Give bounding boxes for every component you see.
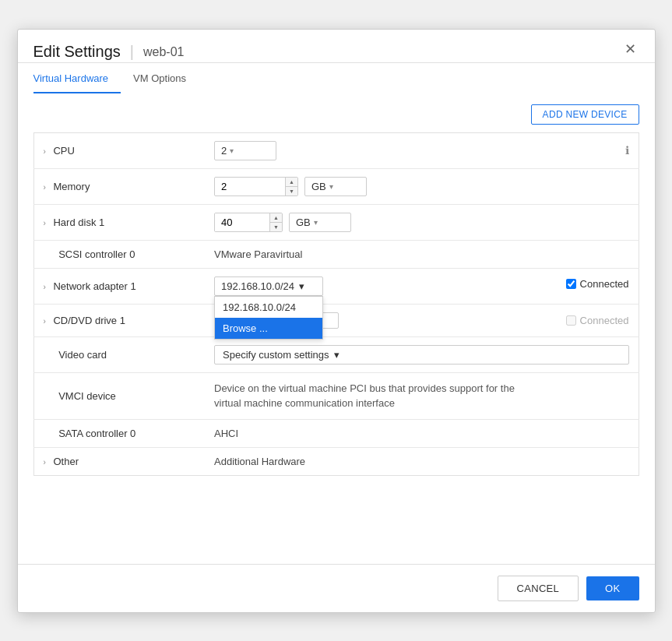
scsi-label: SCSI controller 0: [58, 248, 135, 260]
vmci-label: VMCI device: [58, 390, 116, 402]
network-value-row: 192.168.10.0/24 ▾ 192.168.10.0/24 Browse…: [214, 276, 629, 296]
cpu-value-row: 2 ▾ ℹ: [214, 141, 629, 160]
title-separator: |: [130, 43, 134, 61]
hard-disk-value-row: ▲ ▼ GB ▾: [214, 213, 629, 232]
table-row: › CD/DVD drive 1 ▾ Connected: [33, 304, 639, 336]
cancel-button[interactable]: CANCEL: [498, 576, 579, 601]
tabs-container: Virtual Hardware VM Options: [18, 66, 655, 93]
hard-disk-input-group: ▲ ▼: [214, 213, 283, 232]
settings-table: › CPU 2 ▾ ℹ ›: [33, 132, 639, 476]
network-connected-checkbox[interactable]: [566, 279, 576, 289]
ok-button[interactable]: OK: [586, 576, 639, 600]
scsi-value-cell: VMware Paravirtual: [205, 240, 639, 268]
hard-disk-unit: GB: [296, 217, 311, 228]
title-area: Edit Settings | web-01: [33, 43, 185, 61]
table-row: › CPU 2 ▾ ℹ: [33, 132, 639, 168]
memory-expand-icon[interactable]: ›: [44, 183, 46, 192]
hard-disk-up-icon[interactable]: ▲: [270, 213, 282, 223]
cddvd-label-cell: › CD/DVD drive 1: [33, 304, 205, 336]
network-dropdown-button[interactable]: 192.168.10.0/24 ▾: [214, 276, 323, 296]
other-expand-icon[interactable]: ›: [44, 458, 46, 467]
table-row: › Hard disk 1 ▲ ▼ GB: [33, 204, 639, 240]
other-label-cell: › Other: [33, 447, 205, 475]
hard-disk-unit-chevron-icon: ▾: [314, 218, 318, 227]
hard-disk-label-cell: › Hard disk 1: [33, 204, 205, 240]
hard-disk-down-icon[interactable]: ▼: [270, 223, 282, 231]
memory-value-cell: ▲ ▼ GB ▾: [205, 168, 639, 204]
sata-value-cell: AHCI: [205, 419, 639, 447]
dialog-header: Edit Settings | web-01 ✕: [18, 30, 655, 63]
dialog-title: Edit Settings: [33, 43, 121, 61]
vmci-desc-line1: Device on the virtual machine PCI bus th…: [214, 382, 515, 394]
memory-unit-chevron-icon: ▾: [329, 182, 333, 191]
memory-value-row: ▲ ▼ GB ▾: [214, 177, 629, 196]
vm-name: web-01: [143, 45, 184, 59]
other-value: Additional Hardware: [214, 456, 305, 467]
toolbar: ADD NEW DEVICE: [33, 104, 639, 125]
vmci-description: Device on the virtual machine PCI bus th…: [214, 381, 629, 411]
sata-label: SATA controller 0: [58, 428, 135, 439]
table-row: Video card Specify custom settings ▾: [33, 336, 639, 372]
tab-virtual-hardware[interactable]: Virtual Hardware: [33, 66, 121, 93]
scsi-value: VMware Paravirtual: [214, 248, 302, 260]
table-row: › Memory ▲ ▼ GB ▾: [33, 168, 639, 204]
video-custom-settings-dropdown[interactable]: Specify custom settings ▾: [214, 345, 629, 365]
other-label: Other: [53, 456, 79, 467]
table-row: SCSI controller 0 VMware Paravirtual: [33, 240, 639, 268]
table-row: › Other Additional Hardware: [33, 447, 639, 475]
network-chevron-icon: ▾: [299, 280, 304, 292]
cddvd-connected-checkbox[interactable]: [566, 315, 576, 326]
tab-vm-options[interactable]: VM Options: [133, 66, 199, 93]
table-row: SATA controller 0 AHCI: [33, 419, 639, 447]
network-selected-value: 192.168.10.0/24: [221, 280, 294, 292]
network-expand-icon[interactable]: ›: [44, 283, 46, 291]
cpu-value-cell: 2 ▾ ℹ: [205, 132, 639, 168]
close-button[interactable]: ✕: [621, 42, 639, 56]
vmci-desc-line2: virtual machine communication interface: [214, 397, 395, 409]
other-value-cell: Additional Hardware: [205, 447, 639, 475]
dialog-body: ADD NEW DEVICE › CPU 2 ▾ ℹ: [18, 93, 655, 564]
network-value-cell: 192.168.10.0/24 ▾ 192.168.10.0/24 Browse…: [205, 268, 639, 304]
scsi-label-cell: SCSI controller 0: [33, 240, 205, 268]
memory-label: Memory: [53, 181, 90, 192]
vmci-label-cell: VMCI device: [33, 372, 205, 419]
memory-unit-select[interactable]: GB ▾: [304, 177, 367, 196]
cpu-select[interactable]: 2 ▾: [214, 141, 276, 160]
cddvd-expand-icon[interactable]: ›: [44, 317, 46, 326]
video-custom-settings-label: Specify custom settings: [223, 349, 329, 361]
network-dropdown-menu: 192.168.10.0/24 Browse ...: [214, 296, 323, 340]
cpu-label: CPU: [53, 145, 74, 157]
cddvd-connected-label: Connected: [580, 315, 629, 326]
network-connected-label: Connected: [580, 278, 629, 290]
memory-stepper[interactable]: ▲ ▼: [285, 178, 297, 195]
hard-disk-input[interactable]: [215, 213, 269, 231]
network-option-browse[interactable]: Browse ...: [215, 318, 322, 339]
hard-disk-expand-icon[interactable]: ›: [44, 219, 46, 227]
add-new-device-button[interactable]: ADD NEW DEVICE: [531, 104, 639, 125]
cddvd-connected-area: Connected: [566, 315, 629, 326]
network-option-ip[interactable]: 192.168.10.0/24: [215, 297, 322, 318]
sata-label-cell: SATA controller 0: [33, 419, 205, 447]
cpu-value: 2: [221, 145, 227, 157]
sata-value: AHCI: [214, 428, 238, 439]
cpu-expand-icon[interactable]: ›: [44, 147, 46, 156]
memory-input[interactable]: [215, 178, 285, 195]
video-label-cell: Video card: [33, 336, 205, 372]
memory-unit: GB: [311, 181, 326, 192]
hard-disk-label: Hard disk 1: [53, 217, 104, 228]
video-value-cell: Specify custom settings ▾: [205, 336, 639, 372]
memory-up-icon[interactable]: ▲: [286, 178, 297, 187]
network-connected-area: Connected: [566, 276, 629, 290]
cpu-chevron-icon: ▾: [230, 146, 234, 155]
network-dropdown-wrapper: 192.168.10.0/24 ▾ 192.168.10.0/24 Browse…: [214, 276, 323, 296]
hard-disk-unit-select[interactable]: GB ▾: [289, 213, 351, 232]
network-label: Network adapter 1: [53, 280, 135, 292]
video-label: Video card: [58, 349, 107, 361]
memory-label-cell: › Memory: [33, 168, 205, 204]
memory-input-group: ▲ ▼: [214, 177, 298, 196]
cpu-info-icon[interactable]: ℹ: [625, 144, 629, 157]
hard-disk-stepper[interactable]: ▲ ▼: [269, 213, 282, 231]
table-row: › Network adapter 1 192.168.10.0/24 ▾ 19…: [33, 268, 639, 304]
memory-down-icon[interactable]: ▼: [286, 187, 297, 195]
dialog-footer: CANCEL OK: [18, 564, 655, 612]
